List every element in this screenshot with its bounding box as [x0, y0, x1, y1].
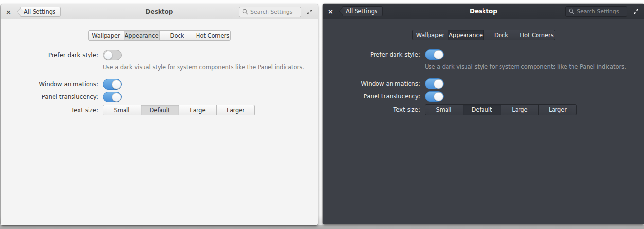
tab-hot-corners[interactable]: Hot Corners	[519, 30, 555, 40]
expand-icon[interactable]	[306, 9, 313, 15]
text-size-label: Text size:	[323, 106, 425, 113]
tabbar: Wallpaper Appearance Dock Hot Corners	[1, 30, 318, 41]
tab-wallpaper[interactable]: Wallpaper	[412, 30, 448, 40]
text-size-label: Text size:	[1, 107, 103, 114]
panel-translucency-label: Panel translucency:	[323, 93, 425, 100]
tab-appearance[interactable]: Appearance	[124, 30, 160, 41]
prefer-dark-toggle[interactable]	[103, 50, 122, 60]
tab-hot-corners[interactable]: Hot Corners	[195, 30, 231, 41]
panel-translucency-label: Panel translucency:	[1, 94, 103, 100]
prefer-dark-description: Use a dark visual style for system compo…	[425, 63, 626, 70]
prefer-dark-description-row: Use a dark visual style for system compo…	[323, 63, 644, 70]
text-size-row: Text size: Small Default Large Larger	[323, 104, 644, 115]
prefer-dark-toggle[interactable]	[425, 49, 444, 60]
panel-translucency-toggle[interactable]	[103, 92, 122, 102]
text-size-small[interactable]: Small	[425, 104, 463, 115]
text-size-larger[interactable]: Larger	[538, 104, 577, 115]
window-animations-toggle[interactable]	[103, 79, 122, 90]
toggle-knob	[112, 80, 121, 89]
search-icon	[569, 8, 574, 14]
toggle-knob	[104, 51, 113, 60]
appearance-pane: Wallpaper Appearance Dock Hot Corners Pr…	[323, 19, 644, 115]
headerbar: × All Settings Desktop	[323, 4, 644, 19]
window-animations-row: Window animations:	[323, 78, 644, 89]
search-input-wrapper	[239, 7, 301, 17]
tab-dock[interactable]: Dock	[159, 30, 195, 41]
search-icon	[242, 9, 248, 15]
settings-window-dark: × All Settings Desktop Wallpaper Appeara…	[323, 4, 644, 224]
tab-wallpaper[interactable]: Wallpaper	[88, 30, 124, 41]
text-size-default[interactable]: Default	[463, 104, 501, 115]
prefer-dark-description: Use a dark visual style for system compo…	[103, 64, 304, 71]
panel-translucency-row: Panel translucency:	[323, 91, 644, 102]
text-size-small[interactable]: Small	[103, 105, 141, 115]
toggle-knob	[434, 50, 443, 59]
text-size-large[interactable]: Large	[501, 104, 539, 115]
tab-dock[interactable]: Dock	[483, 30, 519, 40]
prefer-dark-row: Prefer dark style:	[323, 49, 644, 60]
close-icon[interactable]: ×	[328, 8, 336, 15]
text-size-larger[interactable]: Larger	[216, 105, 255, 115]
back-button-all-settings[interactable]: All Settings	[20, 7, 61, 17]
toggle-knob	[112, 93, 121, 102]
text-size-segments: Small Default Large Larger	[103, 105, 255, 115]
window-animations-label: Window animations:	[1, 81, 103, 88]
panel-translucency-toggle[interactable]	[425, 91, 444, 102]
toggle-knob	[434, 79, 443, 89]
search-input[interactable]	[577, 8, 624, 15]
search-input-wrapper	[565, 6, 627, 17]
text-size-segments: Small Default Large Larger	[425, 104, 577, 115]
expand-icon[interactable]	[633, 8, 639, 15]
close-icon[interactable]: ×	[6, 9, 14, 15]
headerbar: × All Settings Desktop	[1, 4, 318, 19]
prefer-dark-label: Prefer dark style:	[323, 51, 425, 58]
prefer-dark-description-row: Use a dark visual style for system compo…	[1, 64, 318, 71]
prefer-dark-label: Prefer dark style:	[1, 52, 103, 58]
text-size-default[interactable]: Default	[141, 105, 179, 115]
back-button-all-settings[interactable]: All Settings	[342, 6, 383, 16]
window-animations-label: Window animations:	[323, 80, 425, 87]
appearance-pane: Wallpaper Appearance Dock Hot Corners Pr…	[1, 19, 318, 115]
toggle-knob	[434, 92, 443, 101]
text-size-large[interactable]: Large	[179, 105, 217, 115]
prefer-dark-row: Prefer dark style:	[1, 50, 318, 60]
window-animations-toggle[interactable]	[425, 78, 444, 89]
search-input[interactable]	[250, 9, 298, 15]
settings-window-light: × All Settings Desktop Wallpaper Appeara…	[1, 4, 318, 225]
window-animations-row: Window animations:	[1, 79, 318, 90]
text-size-row: Text size: Small Default Large Larger	[1, 105, 318, 115]
tabbar: Wallpaper Appearance Dock Hot Corners	[323, 30, 644, 40]
tab-appearance[interactable]: Appearance	[448, 30, 484, 40]
panel-translucency-row: Panel translucency:	[1, 92, 318, 102]
